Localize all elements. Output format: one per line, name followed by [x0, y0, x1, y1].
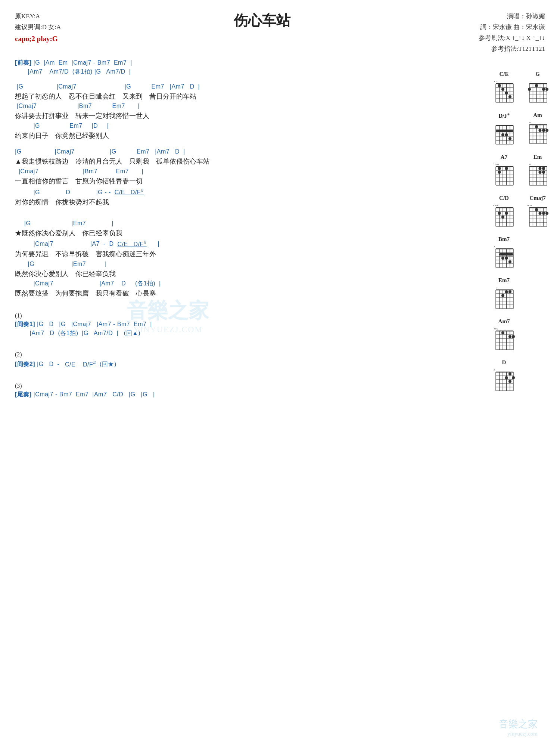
strum: 参考刷法:X ↑_↑↓ X ↑_↑↓ [463, 33, 545, 44]
chord-am-name: Am [533, 112, 542, 118]
chord-a7-name: A7 [501, 154, 507, 160]
finger: 参考指法:T121T121 [463, 44, 545, 55]
svg-point-97 [539, 171, 542, 174]
chord-row-6: Em7 o [493, 277, 515, 311]
verse1-group: |G |Cmaj7 |G Em7 |Am7 D | 想起了初恋的人 忍不住目眦会… [15, 82, 470, 141]
chord-g-diagram [526, 78, 549, 105]
svg-point-31 [545, 88, 548, 91]
chord-d-diagram: x [493, 367, 515, 393]
svg-text:x xoo: x xoo [493, 204, 499, 207]
svg-text:x x: x x [494, 79, 498, 83]
chord-cd-diagram: x xoo [493, 202, 515, 229]
lyric-v1-1: 想起了初恋的人 忍不住目眦会红 又来到 昔日分开的车站 [15, 91, 470, 102]
chord-bm7: Bm7 x [493, 236, 515, 270]
chord-cd: C/D x xoo [493, 195, 515, 229]
watermark-bottom-chinese: 音樂之家 [499, 718, 538, 731]
svg-point-15 [505, 92, 508, 95]
chord-s2-4: |Cmaj7 |Am7 D (各1拍) | [15, 279, 470, 288]
chorus1-group: |G |Cmaj7 |G Em7 |Am7 D | ▲我走惯铁枝路边 冷清的月台… [15, 147, 470, 208]
chord-em7-name: Em7 [498, 277, 510, 284]
chord-am7-name: Am7 [498, 318, 510, 325]
watermark-bottom-url: yinyuezj.com [499, 731, 538, 737]
chord-v1-2: |Cmaj7 |Bm7 Em7 | [15, 102, 470, 111]
paren-2: (2) [15, 351, 470, 358]
lyric-s2-1: ★既然你决心爱别人 你已经辜负我 [15, 228, 470, 239]
svg-point-14 [501, 88, 504, 91]
svg-point-96 [542, 167, 545, 170]
svg-point-147 [505, 257, 508, 260]
svg-text:o: o [496, 285, 498, 289]
svg-point-195 [508, 372, 511, 375]
chord-row-8: D x [493, 359, 515, 393]
header-right: 演唱：孙淑媚 詞：宋永谦 曲：宋永谦 参考刷法:X ↑_↑↓ X ↑_↑↓ 参考… [463, 11, 545, 55]
svg-point-146 [501, 257, 504, 260]
chord-bm7-name: Bm7 [498, 236, 510, 242]
svg-point-180 [512, 335, 515, 338]
svg-point-64 [542, 129, 545, 132]
chord-em7-diagram: o [493, 285, 515, 311]
chord-em7: Em7 o [493, 277, 515, 311]
lyric-v1-3: 约束的日子 你竟然已经娶别人 [15, 130, 470, 141]
chord-cmaj7: Cmaj7 ooo [526, 195, 549, 229]
chord-bm7-diagram: x [493, 244, 515, 270]
prelude-group: [前奏] |G |Am Em |Cmaj7 - Bm7 Em7 | |Am7 A… [15, 58, 470, 76]
chord-cmaj7-diagram: ooo [526, 202, 549, 229]
chord-dfs-diagram [493, 120, 515, 146]
chord-a7-diagram: o o o [493, 161, 515, 188]
svg-text:o: o [529, 162, 531, 166]
lyric-s2-4: 既然要放搭 为何要拖磨 我只有看破 心畏寒 [15, 288, 470, 299]
paren-1: (1) [15, 312, 470, 319]
svg-text:x: x [494, 368, 495, 371]
chord-s2-1: |G |Em7 | [15, 219, 470, 228]
header-left: 原KEY:A 建议男调:D 女:A capo;2 play:G [15, 11, 61, 45]
chord-am7: Am7 o o [493, 318, 515, 352]
svg-point-65 [545, 129, 548, 132]
chord-em-diagram: o [526, 161, 549, 188]
singer: 演唱：孙淑媚 [463, 11, 545, 22]
svg-point-114 [505, 212, 508, 215]
chord-i1-2: |Am7 D (各1拍) |G Am7/D | (回▲) [15, 329, 470, 338]
svg-point-81 [498, 171, 501, 174]
svg-point-128 [535, 208, 538, 211]
lyric-s2-3: 既然你决心爱别人 你已经辜负我 [15, 269, 470, 279]
lyric-c1-3: 对你的痴情 你拢袂势对不起我 [15, 197, 470, 208]
chord-cd-name: C/D [499, 195, 509, 201]
chord-row-1: C/E x x [493, 71, 549, 105]
svg-point-196 [512, 376, 515, 379]
svg-rect-145 [500, 253, 514, 256]
chord-row-3: A7 o o o [493, 154, 549, 188]
chord-c1-3: |G D |G - - C/E D/F# [15, 187, 470, 197]
svg-point-194 [505, 376, 508, 379]
chord-cmaj7-name: Cmaj7 [529, 195, 545, 201]
svg-point-29 [528, 88, 531, 91]
chord-row-2: D/F# [493, 112, 549, 146]
chord-am7-diagram: o o [493, 326, 515, 352]
chord-am-diagram: o [526, 120, 549, 146]
chord-c1-2: |Cmaj7 |Bm7 Em7 | [15, 167, 470, 176]
chord-d: D x [493, 359, 515, 393]
lyricist: 詞：宋永谦 曲：宋永谦 [463, 22, 545, 33]
svg-point-131 [545, 212, 548, 215]
lyric-v1-2: 你讲要去打拼事业 转来一定对我疼惜一世人 [15, 111, 470, 121]
chord-ce-diagram: x x [493, 78, 515, 105]
svg-point-13 [498, 84, 501, 87]
svg-point-95 [539, 167, 542, 170]
svg-point-163 [508, 290, 511, 293]
svg-text:ooo: ooo [527, 204, 532, 207]
chord-s2-3: |G |Em7 | [15, 260, 470, 269]
svg-point-80 [505, 167, 508, 170]
svg-point-47 [505, 133, 508, 136]
svg-text:x: x [494, 244, 495, 248]
svg-point-162 [505, 290, 508, 293]
svg-point-129 [539, 212, 542, 215]
chord-prelude-2: |Am7 Am7/D (各1拍) |G Am7/D | [15, 67, 470, 76]
chord-em-name: Em [533, 154, 542, 160]
svg-point-179 [508, 335, 511, 338]
interlude1-group: [间奏1] |G D |G |Cmaj7 |Am7 - Bm7 Em7 | |A… [15, 320, 470, 338]
chord-g: G [526, 71, 549, 105]
chord-ce-name: C/E [499, 71, 508, 77]
chord-dfs-name: D/F# [498, 112, 509, 119]
svg-point-178 [501, 331, 504, 334]
song-title: 伤心车站 [61, 11, 463, 30]
chord-d-name: D [502, 359, 506, 366]
